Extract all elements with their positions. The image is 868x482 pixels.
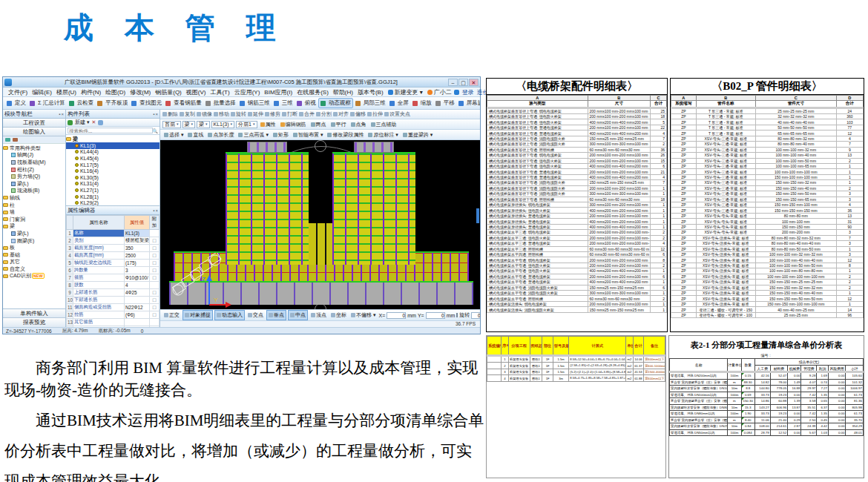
menu-item[interactable]: 绘图(D) xyxy=(103,88,128,96)
toolbar-8-button[interactable]: 钢筋三维 xyxy=(238,99,272,108)
menu-item[interactable]: 云应用(Y) xyxy=(232,88,263,96)
snap-toggle[interactable]: 正交 xyxy=(162,310,181,320)
edit-tool-button[interactable]: 对齐 xyxy=(333,110,349,118)
edit-tool-button[interactable]: 偏移 xyxy=(350,110,366,118)
edit-tool-button[interactable]: 移动 xyxy=(214,110,229,118)
component-item[interactable]: KL16(4) xyxy=(66,168,160,174)
tree-item[interactable]: 板 xyxy=(3,244,65,251)
toolbar-4-button[interactable]: 平齐板顶 xyxy=(96,99,129,108)
edit-tool-button[interactable]: 合并 xyxy=(299,110,315,118)
draw-tool-7[interactable]: 修改梁段属性 xyxy=(326,131,365,139)
toolbar-10-button[interactable]: 俯视 xyxy=(295,99,318,108)
rotate-input[interactable] xyxy=(471,312,480,319)
window-titlebar[interactable]: 广联达BIM钢筋算量软件 GGJ2013 - [D:\工作\八局\浙江省省直建筑… xyxy=(3,77,480,88)
view-button-5[interactable]: 点角 xyxy=(349,121,368,128)
tree-item[interactable]: 现浇板(B) xyxy=(3,188,65,195)
close-panel-icon[interactable]: × xyxy=(155,208,158,213)
tree-item[interactable]: 圈梁(E) xyxy=(3,237,65,245)
tree-item[interactable]: 筏板基础(M) xyxy=(3,159,65,166)
menu-item[interactable]: 钢筋量(Q) xyxy=(153,88,184,96)
draw-tool-9[interactable]: 重提梁跨 ▾ xyxy=(401,131,434,139)
tree-item[interactable]: 梁(L) xyxy=(3,230,65,237)
tree-item[interactable]: 门窗洞 xyxy=(3,216,65,223)
snap-toggle[interactable]: 不偏移 ▾ xyxy=(349,310,377,320)
toolbar-12-button[interactable]: 局部三维 xyxy=(354,99,387,108)
snap-toggle[interactable]: 动态输入 xyxy=(214,310,245,320)
menu-item[interactable]: 帮助(H) xyxy=(331,88,355,96)
draw-tool-3[interactable]: 点加长度 xyxy=(206,131,235,139)
edit-tool-button[interactable]: 拉伸 xyxy=(367,110,383,118)
menu-item[interactable]: 修改(M) xyxy=(128,88,153,96)
tree-item[interactable]: 梁(L) xyxy=(3,180,65,188)
close-panel-icon[interactable]: × xyxy=(155,112,158,116)
edit-tool-button[interactable]: 设置夹点 xyxy=(384,110,410,118)
copy-component-icon[interactable] xyxy=(98,120,103,125)
edit-tool-button[interactable]: 延伸 xyxy=(248,110,263,118)
view-dropdown-3[interactable]: 梁 xyxy=(197,121,210,128)
view-dropdown-4[interactable]: KL1(3) xyxy=(211,121,235,128)
draw-tool-8[interactable]: 原位标注 ▾ xyxy=(366,131,399,139)
view-button-1[interactable]: 属性 xyxy=(259,121,277,128)
edit-tool-button[interactable]: 修剪 xyxy=(265,110,280,118)
tree-item[interactable]: 框柱(Z) xyxy=(3,166,65,174)
snap-toggle[interactable]: 中点 xyxy=(288,310,308,320)
edit-tool-button[interactable]: 复制 xyxy=(180,110,195,118)
toolbar-16-button[interactable]: 屏幕旋转 xyxy=(457,99,480,108)
snap-toggle[interactable]: 对象捕捉 xyxy=(183,310,213,320)
draw-input-button[interactable]: 绘图输入 xyxy=(3,128,65,136)
toolbar-5-button[interactable]: 查找图元 xyxy=(130,99,163,108)
edit-tool-button[interactable]: 打断 xyxy=(282,110,297,118)
pin-icon[interactable]: ▪ xyxy=(153,112,154,116)
menu-item[interactable]: 文件(F) xyxy=(6,88,30,96)
toolbar-15-button[interactable]: 平移 xyxy=(434,99,456,108)
draw-tool-5[interactable]: 矩形 xyxy=(272,131,290,139)
toolbar-3-button[interactable]: 云检查 xyxy=(68,99,96,108)
menu-item[interactable]: 编辑(E) xyxy=(30,88,54,96)
project-settings-button[interactable]: 工程设置 xyxy=(3,119,65,128)
view-button-6[interactable]: 三点辅助 xyxy=(369,121,398,128)
tree-item[interactable]: 柱 xyxy=(3,202,65,209)
close-panel-icon[interactable]: × xyxy=(61,112,64,116)
menu-item[interactable]: 视图(V) xyxy=(184,88,208,96)
menu-guangxiaoer[interactable]: 广小二 xyxy=(425,88,454,96)
toolbar-1-button[interactable]: 定义 xyxy=(5,99,27,108)
y-coordinate-input[interactable] xyxy=(426,312,445,319)
menu-item[interactable]: 版本号(B) xyxy=(355,88,386,96)
tree-item[interactable]: 其它 xyxy=(3,259,65,266)
toolbar-9-button[interactable]: 三维 xyxy=(272,99,295,108)
component-item[interactable]: KL44(4) xyxy=(66,149,160,156)
menu-new-change[interactable]: 新建变更 ▾ xyxy=(386,88,425,96)
tree-item[interactable]: 基础 xyxy=(3,251,65,259)
component-item[interactable]: KL28(1) xyxy=(66,194,160,200)
component-item[interactable]: KL30(5) xyxy=(66,174,160,181)
viewport-scrollbar[interactable] xyxy=(476,208,479,223)
bim-3d-viewport[interactable]: Z Y xyxy=(160,140,480,309)
draw-tool-6[interactable]: 智能布置 ▾ xyxy=(292,131,324,139)
toolbar-6-button[interactable]: 查看钢筋量 xyxy=(164,99,203,108)
toolbar-7-button[interactable]: 批量选择 xyxy=(204,99,237,108)
view-button-4[interactable]: 平行 xyxy=(329,121,348,128)
tree-item[interactable]: 梁 xyxy=(3,223,65,231)
maximize-button[interactable]: ▢ xyxy=(458,79,468,86)
new-component-button[interactable]: 新建 ▾ xyxy=(75,119,89,126)
component-item[interactable]: KL31(4) xyxy=(66,181,160,188)
component-item[interactable]: KL29(2) xyxy=(66,199,160,206)
component-group[interactable]: 梁 xyxy=(66,136,160,142)
menu-item[interactable]: 楼层(U) xyxy=(54,88,79,96)
toolbar-13-button[interactable]: 全屏 xyxy=(388,99,410,108)
tree-item[interactable]: 剪力墙(Q) xyxy=(3,173,65,180)
login-button[interactable]: 登录 xyxy=(462,88,474,96)
close-button[interactable]: ✕ xyxy=(469,79,479,86)
menu-item[interactable]: 构件(N) xyxy=(79,88,103,96)
view-button-3[interactable]: 两点 xyxy=(309,121,328,128)
toolbar-14-button[interactable]: 缩放 xyxy=(411,99,433,108)
component-item[interactable]: KL27(1) xyxy=(66,187,160,194)
menu-item[interactable]: BIM应用(I) xyxy=(262,88,295,96)
view-button-2[interactable]: 编辑钢筋 xyxy=(279,121,308,128)
edit-tool-button[interactable]: 镜像 xyxy=(197,110,212,118)
tree-item[interactable]: 自定义 xyxy=(3,265,65,273)
collapse-icon[interactable] xyxy=(13,138,18,142)
toolbar-2-button[interactable]: Σ 汇总计算 xyxy=(28,99,67,108)
menu-item[interactable]: 工具(T) xyxy=(208,88,231,96)
component-item[interactable]: KL17(5) xyxy=(66,162,160,168)
